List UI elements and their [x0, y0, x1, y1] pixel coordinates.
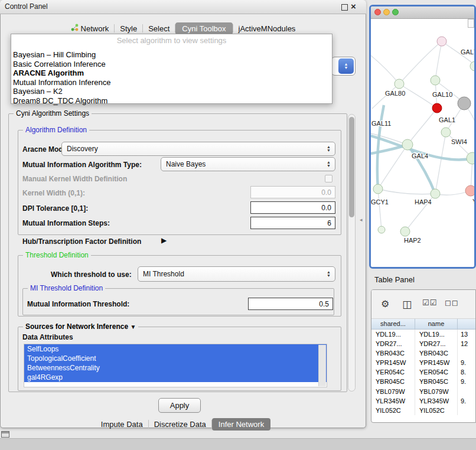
dpi-tolerance-field[interactable] — [250, 201, 335, 214]
select-all-checkboxes-icon[interactable]: ☑☑ — [422, 298, 437, 307]
network-node[interactable] — [437, 37, 446, 46]
network-node-label: GAL11 — [371, 120, 391, 127]
tab-style[interactable]: Style — [115, 22, 142, 35]
table-row[interactable]: YLR345WYLR345W9. — [371, 396, 475, 406]
settings-scrollbar-thumb[interactable] — [349, 117, 354, 217]
network-scroll-corner[interactable] — [468, 19, 474, 28]
network-node-label: GAL10 — [432, 91, 452, 98]
table-cell: YBR043C — [371, 348, 415, 358]
data-attributes-list[interactable]: SelfLoopsTopologicalCoefficientBetweenne… — [24, 344, 327, 387]
algorithm-option[interactable]: Bayesian – Hill Climbing — [11, 50, 332, 60]
algorithm-option[interactable]: Bayesian – K2 — [11, 87, 332, 96]
network-node[interactable] — [465, 185, 474, 196]
apply-button[interactable]: Apply — [158, 398, 201, 413]
network-canvas-area[interactable]: GAL7GAL80GAL10GAL11GAL1SWI4GAL4GCY1HAP4H… — [371, 19, 474, 269]
data-attribute-item[interactable]: SelfLoops — [24, 344, 327, 354]
mi-threshold-field[interactable] — [248, 298, 333, 310]
network-node-label: Y — [472, 198, 474, 205]
hub-section-label[interactable]: Hub/Transcription Factor Definition — [22, 237, 141, 246]
restore-icon[interactable] — [341, 4, 348, 11]
bottom-tab-impute-data[interactable]: Impute Data — [96, 418, 148, 431]
table-cell — [458, 387, 475, 396]
clear-checkboxes-icon[interactable]: ◻◻ — [445, 298, 459, 307]
network-node[interactable] — [467, 152, 474, 164]
combobox-arrows-icon[interactable]: ▲▼ — [338, 58, 354, 74]
network-window-titlebar[interactable] — [371, 6, 474, 19]
control-panel-titlebar[interactable]: Control Panel × — [0, 0, 366, 14]
table-row[interactable]: YIL052CYIL052C — [371, 406, 475, 415]
dropdown-hint: Select algorithm to view settings — [11, 34, 332, 46]
minimized-window-icon[interactable] — [1, 431, 9, 438]
table-cell: 9. — [458, 396, 475, 406]
network-node[interactable] — [431, 76, 440, 85]
network-node[interactable] — [458, 97, 471, 110]
close-icon[interactable]: × — [351, 1, 356, 12]
mi-steps-field[interactable] — [250, 217, 335, 229]
mi-threshold-group-title: MI Threshold Definition — [28, 284, 105, 292]
settings-scrollbar[interactable] — [348, 114, 356, 392]
network-node[interactable] — [400, 227, 410, 236]
table-cell — [458, 348, 475, 358]
table-row[interactable]: YBR045CYBR045C9. — [371, 377, 475, 386]
network-node-label: GAL1 — [439, 116, 455, 123]
kernel-width-field[interactable] — [250, 186, 335, 198]
network-node[interactable] — [431, 189, 440, 198]
sources-title[interactable]: Sources for Network Inference ▼ — [23, 322, 138, 331]
table-cell: YDL19... — [415, 330, 458, 339]
table-row[interactable]: YER054CYER054C8. — [371, 367, 475, 377]
network-node[interactable] — [432, 103, 442, 113]
algorithm-option[interactable]: Dream8 DC_TDC Algorithm — [11, 96, 332, 106]
zoom-traffic-light-icon[interactable] — [392, 9, 399, 15]
network-node[interactable] — [470, 61, 474, 71]
data-attribute-item[interactable]: BetweennessCentrality — [24, 363, 327, 373]
network-edge — [378, 189, 382, 230]
network-canvas[interactable]: GAL7GAL80GAL10GAL11GAL1SWI4GAL4GCY1HAP4H… — [371, 19, 474, 269]
column-header-shared-name[interactable]: shared... — [371, 319, 415, 329]
expand-arrow-icon[interactable]: ▼ — [130, 324, 136, 330]
mi-type-combobox[interactable]: Naive Bayes ▲▼ — [161, 157, 335, 171]
table-cell: YPR145W — [371, 358, 415, 367]
table-cell: YBL079W — [415, 387, 458, 396]
table-cell: YBR043C — [415, 348, 458, 358]
network-node[interactable] — [378, 226, 385, 233]
table-row[interactable]: YBL079WYBL079W — [371, 387, 475, 396]
table-row[interactable]: YDR27...YDR27...12 — [371, 339, 475, 348]
table-row[interactable]: YBR043CYBR043C — [371, 348, 475, 358]
algorithm-option[interactable]: Mutual Information Inference — [11, 78, 332, 87]
data-attribute-item[interactable]: gal4RGexp — [24, 373, 327, 382]
bottom-tab-infer-network[interactable]: Infer Network — [212, 418, 270, 431]
bottom-tab-discretize-data[interactable]: Discretize Data — [149, 418, 211, 431]
which-threshold-combobox[interactable]: MI Threshold ▲▼ — [138, 266, 335, 282]
algorithm-combobox[interactable]: ▲▼ — [331, 57, 356, 76]
table-body: YDL19...YDL19...13YDR27...YDR27...12YBR0… — [371, 330, 475, 415]
tab-jactivemnodules[interactable]: jActiveMNodules — [233, 22, 301, 35]
attributes-scrollbar[interactable] — [318, 345, 326, 386]
tab-select[interactable]: Select — [143, 22, 175, 35]
table-cell: 8. — [458, 367, 475, 377]
column-header-extra[interactable] — [458, 319, 475, 329]
table-row[interactable]: YDL19...YDL19...13 — [371, 330, 475, 339]
minimize-traffic-light-icon[interactable] — [383, 9, 390, 15]
gear-icon[interactable]: ⚙ — [381, 298, 390, 309]
network-node[interactable] — [395, 79, 404, 89]
network-node[interactable] — [441, 128, 451, 137]
table-cell: YBL079W — [371, 387, 415, 396]
column-header-name[interactable]: name — [415, 319, 458, 329]
combobox-arrows-icon: ▲▼ — [327, 270, 335, 278]
network-node[interactable] — [402, 139, 413, 150]
splitter-collapse-icon[interactable]: ◂ — [360, 217, 363, 223]
algorithm-option[interactable]: Basic Correlation Inference — [11, 60, 332, 69]
table-row[interactable]: YPR145WYPR145W9. — [371, 358, 475, 367]
tab-cyni-toolbox[interactable]: Cyni Toolbox — [175, 22, 232, 35]
network-view-window[interactable]: GAL7GAL80GAL10GAL11GAL1SWI4GAL4GCY1HAP4H… — [369, 5, 476, 269]
data-attribute-item[interactable]: TopologicalCoefficient — [24, 354, 327, 363]
table-cell: 13 — [458, 330, 475, 339]
network-node[interactable] — [373, 184, 383, 194]
close-traffic-light-icon[interactable] — [374, 9, 381, 15]
algorithm-option[interactable]: ARACNE Algorithm — [11, 69, 332, 78]
manual-kernel-checkbox[interactable] — [325, 175, 332, 182]
tab-network[interactable]: Network — [66, 22, 115, 35]
collapse-arrow-icon[interactable]: ▶ — [161, 236, 167, 244]
columns-icon[interactable]: ◫ — [402, 298, 412, 310]
aracne-mode-combobox[interactable]: Discovery ▲▼ — [61, 142, 335, 156]
